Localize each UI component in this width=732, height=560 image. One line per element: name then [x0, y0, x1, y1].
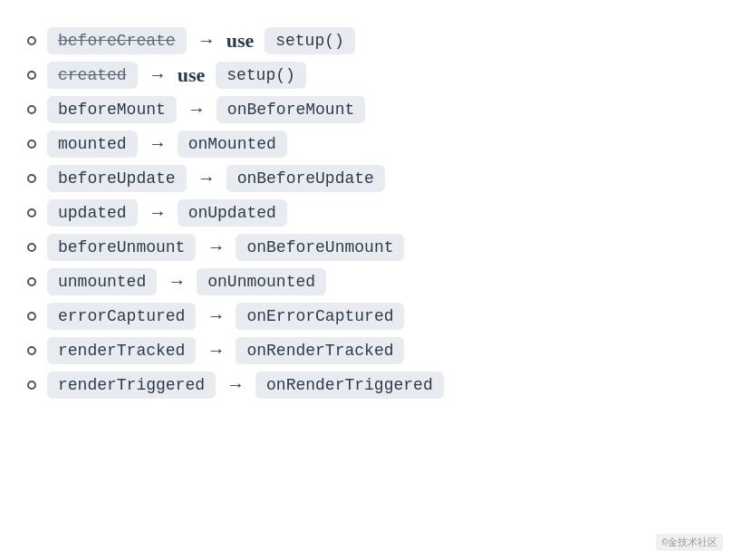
arrow-icon: → [152, 203, 163, 224]
bullet-icon [27, 36, 36, 45]
from-tag: beforeCreate [47, 27, 187, 54]
use-keyword: use [178, 63, 206, 87]
list-item: errorCaptured→onErrorCaptured [27, 303, 705, 330]
to-tag: onMounted [178, 130, 287, 158]
list-item: beforeMount→onBeforeMount [27, 96, 705, 123]
bullet-icon [27, 174, 36, 183]
arrow-icon: → [191, 100, 202, 121]
from-tag: beforeUpdate [47, 165, 187, 192]
bullet-icon [27, 71, 36, 80]
from-tag: beforeMount [47, 96, 177, 123]
bullet-icon [27, 243, 36, 252]
to-tag: onBeforeMount [217, 96, 365, 123]
arrow-icon: → [210, 306, 221, 327]
bullet-icon [27, 140, 36, 149]
from-tag: created [47, 62, 138, 89]
from-tag: errorCaptured [47, 303, 196, 330]
to-tag: onRenderTriggered [255, 372, 444, 399]
use-keyword: use [226, 29, 255, 53]
from-tag: renderTriggered [47, 372, 216, 399]
from-tag: mounted [47, 130, 138, 158]
bullet-icon [27, 105, 36, 114]
arrow-icon: → [201, 31, 212, 52]
to-tag: onUnmounted [197, 268, 326, 295]
bullet-icon [27, 346, 36, 355]
list-item: mounted→onMounted [27, 130, 705, 158]
bullet-icon [27, 277, 36, 286]
from-tag: renderTracked [47, 337, 196, 364]
to-tag: setup() [265, 27, 355, 54]
list-item: updated→onUpdated [27, 199, 705, 227]
list-item: beforeCreate→usesetup() [27, 27, 705, 54]
from-tag: beforeUnmount [47, 234, 196, 261]
list-item: created→usesetup() [27, 62, 705, 89]
arrow-icon: → [152, 65, 163, 86]
arrow-icon: → [201, 169, 212, 189]
watermark: ©金技术社区 [656, 534, 723, 551]
arrow-icon: → [230, 375, 241, 396]
list-item: renderTriggered→onRenderTriggered [27, 372, 705, 399]
from-tag: unmounted [47, 268, 157, 295]
to-tag: setup() [216, 62, 306, 89]
list-item: beforeUpdate→onBeforeUpdate [27, 165, 705, 192]
to-tag: onUpdated [178, 199, 287, 227]
to-tag: onBeforeUpdate [226, 165, 385, 192]
arrow-icon: → [210, 237, 221, 258]
lifecycle-list: beforeCreate→usesetup()created→usesetup(… [27, 18, 705, 408]
list-item: beforeUnmount→onBeforeUnmount [27, 234, 705, 261]
to-tag: onBeforeUnmount [236, 234, 404, 261]
to-tag: onRenderTracked [236, 337, 404, 364]
list-item: renderTracked→onRenderTracked [27, 337, 705, 364]
to-tag: onErrorCaptured [236, 303, 404, 330]
arrow-icon: → [210, 341, 221, 362]
from-tag: updated [47, 199, 138, 227]
arrow-icon: → [152, 134, 163, 155]
bullet-icon [27, 381, 36, 390]
arrow-icon: → [171, 272, 182, 293]
list-item: unmounted→onUnmounted [27, 268, 705, 295]
bullet-icon [27, 312, 36, 321]
bullet-icon [27, 208, 36, 217]
